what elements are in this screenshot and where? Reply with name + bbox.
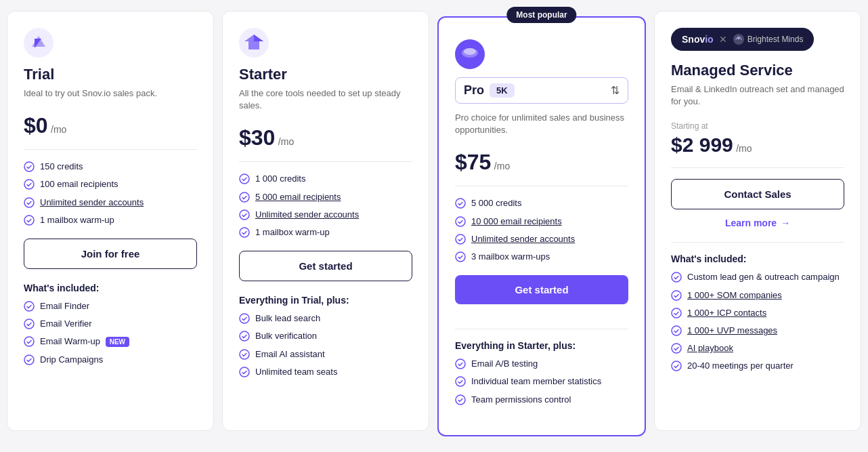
svg-point-37 [672, 361, 681, 371]
arrow-right-icon: → [781, 218, 790, 228]
feature-item: Unlimited sender accounts [239, 209, 412, 221]
managed-price: $2 999 /mo [671, 133, 844, 157]
most-popular-badge: Most popular [506, 7, 576, 23]
svg-point-9 [24, 337, 34, 346]
svg-point-14 [240, 210, 249, 220]
svg-point-23 [456, 199, 465, 208]
managed-starting-at: Starting at [671, 121, 844, 131]
svg-point-19 [240, 367, 249, 377]
feature-item: 3 mailbox warm-ups [455, 251, 628, 263]
svg-point-13 [240, 192, 249, 202]
trial-features-top: 150 credits 100 email recipients Unlimit… [24, 161, 197, 226]
logo-separator: ✕ [719, 34, 727, 45]
feature-item: Unlimited sender accounts [455, 233, 628, 245]
snov-logo-text: Snovio [682, 34, 714, 45]
managed-contact-sales-button[interactable]: Contact Sales [671, 179, 844, 209]
feature-item: 1 000+ ICP contacts [671, 307, 844, 319]
feature-item: Unlimited team seats [239, 366, 412, 378]
svg-point-34 [672, 308, 681, 318]
feature-item: Email Verifier [24, 318, 197, 330]
trial-icon [24, 28, 53, 58]
svg-point-31 [737, 37, 739, 39]
feature-item: 1 mailbox warm-up [24, 214, 197, 226]
feature-item: 5 000 email recipients [239, 191, 412, 203]
trial-card: Trial Ideal to try out Snov.io sales pac… [7, 11, 214, 431]
starter-card: Starter All the core tools needed to set… [222, 11, 429, 431]
feature-item: 10 000 email recipients [455, 215, 628, 228]
trial-price: $0 /mo [24, 113, 197, 138]
svg-point-4 [24, 180, 34, 189]
feature-item: Individual team member statistics [455, 375, 628, 388]
managed-plan-desc: Email & LinkedIn outreach set and manage… [671, 83, 844, 108]
managed-plan-name: Managed Service [671, 62, 844, 79]
svg-point-32 [672, 272, 681, 282]
pro-plan-desc: Pro choice for unlimited sales and busin… [455, 112, 628, 136]
svg-point-28 [456, 377, 465, 386]
svg-point-35 [672, 326, 681, 335]
pro-section-title: Everything in Starter, plus: [455, 340, 628, 351]
feature-item: 1 000+ UVP messages [671, 325, 844, 337]
svg-point-27 [456, 359, 465, 369]
pro-card: Most popular Pro 5K ⇅ Pro choice for unl… [437, 16, 646, 436]
feature-item: 1 mailbox warm-up [239, 226, 412, 239]
starter-features-bottom: Bulk lead search Bulk verification Email… [239, 312, 412, 378]
svg-point-29 [456, 395, 465, 405]
feature-item: 5 000 credits [455, 197, 628, 209]
svg-point-10 [24, 355, 34, 365]
brightest-minds-logo: Brightest Minds [733, 33, 804, 45]
svg-point-6 [24, 215, 34, 225]
starter-features-top: 1 000 credits 5 000 email recipients Unl… [239, 173, 412, 239]
feature-item: Email AI assistant [239, 348, 412, 361]
managed-learn-more-link[interactable]: Learn more → [671, 218, 844, 228]
svg-point-7 [24, 302, 34, 311]
pro-icon [455, 39, 485, 69]
svg-point-3 [24, 162, 34, 171]
chevron-updown-icon: ⇅ [611, 84, 620, 97]
feature-item: 150 credits [24, 161, 197, 173]
starter-price: $30 /mo [239, 125, 412, 150]
managed-section-title: What's included: [671, 253, 844, 264]
starter-plan-name: Starter [239, 66, 412, 83]
svg-point-5 [24, 198, 34, 207]
starter-get-started-button[interactable]: Get started [239, 251, 412, 281]
managed-card: Snovio ✕ Brightest Minds Managed Service… [654, 11, 861, 431]
svg-point-22 [464, 48, 476, 55]
trial-features-bottom: Email Finder Email Verifier Email Warm-u… [24, 300, 197, 366]
pro-plan-selector[interactable]: Pro 5K ⇅ [455, 77, 628, 104]
feature-item: Email A/B testing [455, 358, 628, 370]
pro-price: $75 /mo [455, 150, 628, 175]
feature-item: Custom lead gen & outreach campaign [671, 271, 844, 283]
managed-features: Custom lead gen & outreach campaign 1 00… [671, 271, 844, 372]
pro-plan-badge: 5K [490, 83, 515, 98]
svg-point-24 [456, 217, 465, 226]
starter-icon [239, 28, 269, 58]
pro-features-top: 5 000 credits 10 000 email recipients Un… [455, 197, 628, 263]
svg-point-12 [240, 174, 249, 184]
feature-item: Team permissions control [455, 394, 628, 406]
feature-item: AI playbook [671, 342, 844, 354]
svg-point-36 [672, 344, 681, 353]
svg-point-16 [240, 314, 249, 323]
trial-plan-desc: Ideal to try out Snov.io sales pack. [24, 87, 197, 100]
pricing-grid: Trial Ideal to try out Snov.io sales pac… [7, 11, 861, 436]
feature-item: 20-40 meetings per quarter [671, 360, 844, 372]
feature-item: Bulk verification [239, 330, 412, 342]
trial-join-button[interactable]: Join for free [24, 239, 197, 269]
svg-point-33 [672, 291, 681, 300]
starter-plan-desc: All the core tools needed to set up stea… [239, 87, 412, 112]
new-badge: NEW [106, 337, 129, 347]
feature-item: Drip Campaigns [24, 354, 197, 366]
svg-point-26 [456, 252, 465, 262]
svg-point-18 [240, 350, 249, 359]
feature-item: Email Finder [24, 300, 197, 312]
pro-features-bottom: Email A/B testing Individual team member… [455, 358, 628, 406]
trial-plan-name: Trial [24, 66, 197, 83]
svg-point-8 [24, 319, 34, 329]
feature-item: Bulk lead search [239, 312, 412, 325]
svg-point-17 [240, 331, 249, 341]
feature-item: Email Warm-up NEW [24, 335, 197, 348]
svg-point-25 [456, 234, 465, 244]
feature-item: 100 email recipients [24, 178, 197, 190]
feature-item: Unlimited sender accounts [24, 197, 197, 209]
pro-get-started-button[interactable]: Get started [455, 275, 628, 304]
